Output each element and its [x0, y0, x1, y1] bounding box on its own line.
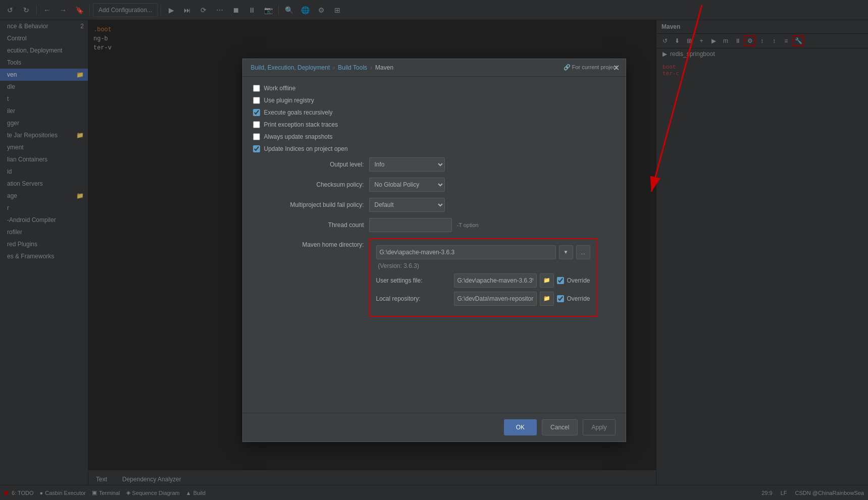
update-indices-checkbox[interactable] — [253, 145, 260, 152]
maven-home-section: ▼ ... (Version: 3.6.3) User settings fil… — [369, 238, 597, 317]
maven-home-input[interactable] — [376, 245, 556, 259]
use-plugin-checkbox[interactable] — [253, 97, 260, 104]
local-repo-browse-btn[interactable]: 📁 — [540, 292, 554, 306]
user-settings-label: User settings file: — [376, 277, 451, 284]
checksum-policy-select[interactable]: No Global Policy Strict Lax — [369, 178, 445, 192]
checksum-policy-row: Checksum policy: No Global Policy Strict… — [253, 178, 616, 192]
execute-goals-checkbox[interactable] — [253, 109, 260, 116]
work-offline-checkbox[interactable] — [253, 85, 260, 92]
output-level-label: Output level: — [253, 161, 364, 168]
multiproject-policy-row: Multiproject build fail policy: Default … — [253, 198, 616, 212]
breadcrumb: Build, Execution, Deployment › Build Too… — [243, 59, 626, 77]
user-settings-row: User settings file: 📁 Override — [376, 273, 590, 288]
checkbox-update-indices: Update Indices on project open — [253, 145, 616, 152]
breadcrumb-sep1: › — [333, 64, 335, 71]
local-repo-override-checkbox[interactable] — [557, 295, 564, 302]
always-update-checkbox[interactable] — [253, 133, 260, 140]
checkbox-execute-goals: Execute goals recursively — [253, 109, 616, 116]
breadcrumb-maven: Maven — [375, 64, 393, 71]
checkbox-work-offline: Work offline — [253, 85, 616, 92]
user-settings-override-checkbox[interactable] — [557, 277, 564, 284]
maven-home-dropdown-btn[interactable]: ▼ — [559, 245, 573, 259]
dialog-overlay: ✕ Build, Execution, Deployment › Build T… — [0, 0, 868, 500]
settings-dialog: ✕ Build, Execution, Deployment › Build T… — [242, 59, 626, 442]
breadcrumb-build[interactable]: Build, Execution, Deployment — [251, 64, 330, 71]
cancel-button[interactable]: Cancel — [542, 419, 578, 435]
apply-button[interactable]: Apply — [583, 419, 615, 435]
use-plugin-label[interactable]: Use plugin registry — [264, 97, 314, 104]
for-project-text: For current project — [572, 64, 618, 70]
maven-version-label: (Version: 3.6.3) — [378, 262, 590, 269]
local-repo-input[interactable] — [454, 292, 537, 306]
dialog-close-btn[interactable]: ✕ — [611, 63, 622, 73]
thread-count-label: Thread count — [253, 221, 364, 229]
multiproject-policy-select[interactable]: Default Fail Fast Fail Never — [369, 198, 445, 212]
local-repo-label: Local repository: — [376, 295, 451, 302]
ide-shell: ↺ ↻ ← → 🔖 Add Configuration... ▶ ⏭ ⟳ ⋯ ⏹… — [0, 0, 868, 500]
dialog-body: Build, Execution, Deployment › Build Too… — [243, 59, 626, 441]
for-project-label: 🔗 For current project — [564, 64, 618, 71]
dialog-main: Build, Execution, Deployment › Build Too… — [243, 59, 626, 441]
ok-button[interactable]: OK — [504, 419, 537, 435]
thread-count-row: Thread count -T option — [253, 218, 616, 232]
maven-home-label: Maven home directory: — [253, 238, 364, 248]
breadcrumb-buildtools[interactable]: Build Tools — [338, 64, 367, 71]
multiproject-policy-label: Multiproject build fail policy: — [253, 201, 364, 208]
checkbox-print-exceptions: Print exception stack traces — [253, 121, 616, 128]
user-settings-browse-btn[interactable]: 📁 — [540, 273, 554, 288]
dialog-content: Work offline Use plugin registry Execute… — [243, 77, 626, 413]
output-level-row: Output level: Info Debug Warn Error — [253, 157, 616, 172]
breadcrumb-sep2: › — [370, 64, 372, 71]
thread-count-input[interactable] — [369, 218, 452, 232]
user-settings-input[interactable] — [454, 273, 537, 288]
user-settings-override-label[interactable]: Override — [567, 277, 590, 284]
maven-home-dir-row: ▼ ... — [376, 245, 590, 259]
checksum-policy-label: Checksum policy: — [253, 181, 364, 188]
for-project-icon: 🔗 — [564, 64, 571, 70]
t-option-label: -T option — [457, 222, 479, 228]
print-exceptions-label[interactable]: Print exception stack traces — [264, 121, 338, 128]
maven-home-browse-btn[interactable]: ... — [576, 245, 590, 259]
print-exceptions-checkbox[interactable] — [253, 121, 260, 128]
local-repo-row: Local repository: 📁 Override — [376, 292, 590, 306]
always-update-label[interactable]: Always update snapshots — [264, 133, 333, 140]
work-offline-label[interactable]: Work offline — [264, 85, 296, 92]
dialog-footer: OK Cancel Apply — [243, 413, 626, 441]
update-indices-label[interactable]: Update Indices on project open — [264, 145, 348, 152]
checkbox-always-update: Always update snapshots — [253, 133, 616, 140]
output-level-select[interactable]: Info Debug Warn Error — [369, 157, 445, 172]
local-repo-override-label[interactable]: Override — [567, 295, 590, 302]
maven-home-outer-row: Maven home directory: ▼ ... (Version: 3.… — [253, 238, 616, 323]
checkbox-use-plugin: Use plugin registry — [253, 97, 616, 104]
execute-goals-label[interactable]: Execute goals recursively — [264, 109, 333, 116]
